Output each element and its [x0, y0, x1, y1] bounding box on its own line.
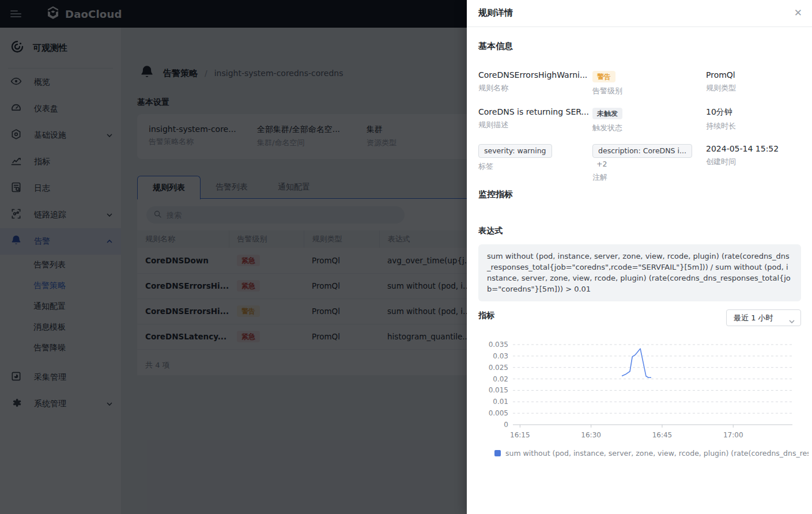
svg-text:0.02: 0.02	[493, 375, 508, 383]
field-value: CoreDNSErrorsHighWarni...	[478, 70, 588, 80]
svg-text:17:00: 17:00	[723, 431, 743, 439]
field-label: 规则名称	[478, 83, 588, 93]
metric-title: 指标	[478, 311, 494, 321]
severity-field: 警告 告警级别	[592, 70, 702, 96]
basic-info-section-title: 基本信息	[478, 41, 513, 52]
promql-expression-code: sum without (pod, instance, server, zone…	[478, 244, 801, 301]
field-value: 2024-05-14 15:52	[706, 144, 812, 153]
drawer-header: 规则详情 ✕	[467, 0, 812, 27]
svg-text:0.03: 0.03	[493, 352, 508, 360]
svg-text:0.035: 0.035	[489, 341, 508, 349]
annotation-chip: description: CoreDNS i...	[592, 144, 692, 158]
svg-text:0.015: 0.015	[489, 386, 508, 394]
time-range-value: 最近 1 小时	[734, 313, 773, 323]
rule-detail-drawer: 规则详情 ✕ 基本信息 CoreDNSErrorsHighWarni... 规则…	[467, 0, 812, 514]
chart-legend: sum without (pod, instance, server, zone…	[494, 449, 809, 458]
annotation-more-count: +2	[596, 160, 607, 168]
field-label: 告警级别	[592, 86, 702, 96]
legend-swatch	[494, 450, 501, 456]
field-label: 持续时长	[706, 121, 812, 131]
field-value: 10分钟	[706, 107, 812, 118]
field-label: 标签	[478, 161, 588, 172]
legend-label: sum without (pod, instance, server, zone…	[505, 449, 809, 458]
svg-text:0.025: 0.025	[489, 364, 508, 372]
rule-name-field: CoreDNSErrorsHighWarni... 规则名称	[478, 70, 588, 93]
svg-text:0.01: 0.01	[493, 398, 508, 406]
rule-description-field: CoreDNS is returning SER... 规则描述	[478, 107, 588, 130]
label-chip: severity: warning	[478, 144, 552, 158]
svg-text:0: 0	[504, 421, 508, 429]
svg-text:0.005: 0.005	[489, 409, 508, 417]
field-label: 创建时间	[706, 157, 812, 167]
rule-type-field: PromQl 规则类型	[706, 70, 812, 93]
field-label: 规则描述	[478, 120, 588, 130]
created-time-field: 2024-05-14 15:52 创建时间	[706, 144, 812, 167]
expression-title: 表达式	[478, 226, 503, 236]
svg-text:16:45: 16:45	[652, 431, 673, 439]
field-label: 注解	[592, 172, 702, 183]
field-value: CoreDNS is returning SER...	[478, 107, 588, 116]
trigger-state-field: 未触发 触发状态	[592, 107, 702, 133]
metric-chart: 00.0050.010.0150.020.0250.030.03516:1516…	[467, 336, 812, 451]
monitor-metric-section-title: 监控指标	[478, 189, 513, 200]
severity-badge: 警告	[592, 71, 615, 82]
line-chart-svg: 00.0050.010.0150.020.0250.030.03516:1516…	[467, 336, 812, 451]
svg-text:16:30: 16:30	[581, 431, 601, 439]
drawer-title: 规则详情	[478, 7, 513, 18]
labels-field: severity: warning 标签	[478, 144, 588, 172]
duration-field: 10分钟 持续时长	[706, 107, 812, 131]
field-label: 规则类型	[706, 83, 812, 93]
trigger-state-badge: 未触发	[592, 108, 622, 119]
svg-text:16:15: 16:15	[510, 431, 530, 439]
annotations-field: description: CoreDNS i...+2 注解	[592, 144, 702, 183]
field-value: PromQl	[706, 70, 812, 80]
time-range-select[interactable]: 最近 1 小时	[726, 309, 801, 326]
field-label: 触发状态	[592, 123, 702, 133]
close-icon[interactable]: ✕	[794, 6, 802, 20]
